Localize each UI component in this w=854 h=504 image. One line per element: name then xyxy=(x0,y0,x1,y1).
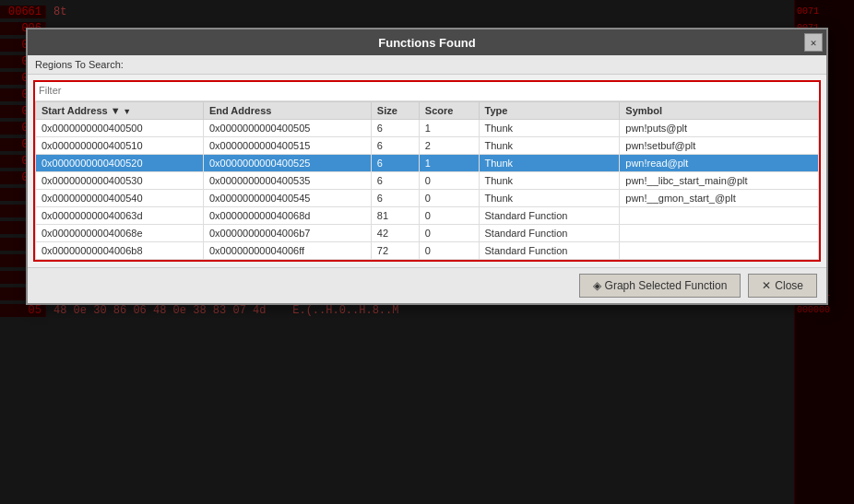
cell-score: 0 xyxy=(419,242,479,260)
cell-score: 0 xyxy=(419,207,479,225)
cell-end: 0x0000000000400515 xyxy=(203,137,371,155)
cell-end: 0x0000000000400535 xyxy=(203,172,371,190)
graph-button-label: Graph Selected Function xyxy=(605,279,728,292)
regions-bar: Regions To Search: xyxy=(28,55,826,75)
cell-start: 0x000000000040068e xyxy=(36,225,204,242)
cell-type: Thunk xyxy=(479,120,620,137)
cell-start: 0x000000000040063d xyxy=(36,207,204,225)
table-row[interactable]: 0x00000000004005200x000000000040052561Th… xyxy=(36,155,819,172)
dialog-title: Functions Found xyxy=(378,36,475,50)
cell-end: 0x0000000000400545 xyxy=(203,190,371,207)
col-header-type[interactable]: Type xyxy=(479,102,620,120)
cell-size: 6 xyxy=(371,172,419,190)
cell-size: 42 xyxy=(371,225,419,242)
dialog-titlebar: Functions Found ✕ xyxy=(28,29,826,55)
cell-symbol: pwn!read@plt xyxy=(620,155,819,172)
table-row[interactable]: 0x000000000040068e0x00000000004006b7420S… xyxy=(36,225,819,242)
filter-input[interactable] xyxy=(39,85,815,96)
table-container: Start Address ▼ End Address Size Score T… xyxy=(33,80,821,262)
graph-icon: ◈ xyxy=(593,279,601,292)
cell-start: 0x0000000000400540 xyxy=(36,190,204,207)
cell-type: Thunk xyxy=(479,190,620,207)
cell-score: 2 xyxy=(419,137,479,155)
cell-type: Standard Function xyxy=(479,207,620,225)
cell-type: Standard Function xyxy=(479,242,620,260)
close-button-label: Close xyxy=(775,279,803,292)
cell-size: 6 xyxy=(371,155,419,172)
cell-start: 0x0000000000400520 xyxy=(36,155,204,172)
cell-size: 72 xyxy=(371,242,419,260)
cell-start: 0x0000000000400510 xyxy=(36,137,204,155)
table-row[interactable]: 0x00000000004006b80x00000000004006ff720S… xyxy=(36,242,819,260)
cell-symbol xyxy=(620,207,819,225)
col-header-score[interactable]: Score xyxy=(419,102,479,120)
cell-type: Thunk xyxy=(479,137,620,155)
cell-symbol: pwn!__libc_start_main@plt xyxy=(620,172,819,190)
table-header-row: Start Address ▼ End Address Size Score T… xyxy=(36,102,819,120)
cell-symbol: pwn!__gmon_start_@plt xyxy=(620,190,819,207)
cell-symbol: pwn!setbuf@plt xyxy=(620,137,819,155)
cell-start: 0x00000000004006b8 xyxy=(36,242,204,260)
cell-size: 6 xyxy=(371,137,419,155)
cell-start: 0x0000000000400500 xyxy=(36,120,204,137)
cell-size: 6 xyxy=(371,190,419,207)
cell-end: 0x0000000000400525 xyxy=(203,155,371,172)
cell-type: Thunk xyxy=(479,172,620,190)
cell-score: 0 xyxy=(419,172,479,190)
cell-symbol: pwn!puts@plt xyxy=(620,120,819,137)
table-row[interactable]: 0x00000000004005000x000000000040050561Th… xyxy=(36,120,819,137)
cell-symbol xyxy=(620,225,819,242)
cell-score: 0 xyxy=(419,225,479,242)
col-header-end[interactable]: End Address xyxy=(203,102,371,120)
cell-score: 1 xyxy=(419,155,479,172)
functions-found-dialog: Functions Found ✕ Regions To Search: Sta… xyxy=(26,28,828,305)
col-header-start[interactable]: Start Address ▼ xyxy=(36,102,204,120)
close-button[interactable]: ✕ Close xyxy=(748,274,817,298)
cell-type: Standard Function xyxy=(479,225,620,242)
modal-overlay: Functions Found ✕ Regions To Search: Sta… xyxy=(0,0,854,504)
col-header-size[interactable]: Size xyxy=(371,102,419,120)
dialog-close-button[interactable]: ✕ xyxy=(804,33,823,52)
cell-type: Thunk xyxy=(479,155,620,172)
table-row[interactable]: 0x00000000004005300x000000000040053560Th… xyxy=(36,172,819,190)
table-row[interactable]: 0x000000000040063d0x000000000040068d810S… xyxy=(36,207,819,225)
graph-selected-button[interactable]: ◈ Graph Selected Function xyxy=(579,274,741,298)
filter-row xyxy=(35,82,819,101)
cell-score: 0 xyxy=(419,190,479,207)
cell-symbol xyxy=(620,242,819,260)
table-row[interactable]: 0x00000000004005100x000000000040051562Th… xyxy=(36,137,819,155)
table-row[interactable]: 0x00000000004005400x000000000040054560Th… xyxy=(36,190,819,207)
cell-score: 1 xyxy=(419,120,479,137)
cell-end: 0x00000000004006b7 xyxy=(203,225,371,242)
cell-end: 0x0000000000400505 xyxy=(203,120,371,137)
cell-size: 6 xyxy=(371,120,419,137)
functions-table: Start Address ▼ End Address Size Score T… xyxy=(35,101,819,260)
cell-start: 0x0000000000400530 xyxy=(36,172,204,190)
dialog-footer: ◈ Graph Selected Function ✕ Close xyxy=(28,267,826,303)
col-header-symbol[interactable]: Symbol xyxy=(620,102,819,120)
cell-end: 0x00000000004006ff xyxy=(203,242,371,260)
cell-size: 81 xyxy=(371,207,419,225)
close-icon: ✕ xyxy=(762,279,771,292)
cell-end: 0x000000000040068d xyxy=(203,207,371,225)
